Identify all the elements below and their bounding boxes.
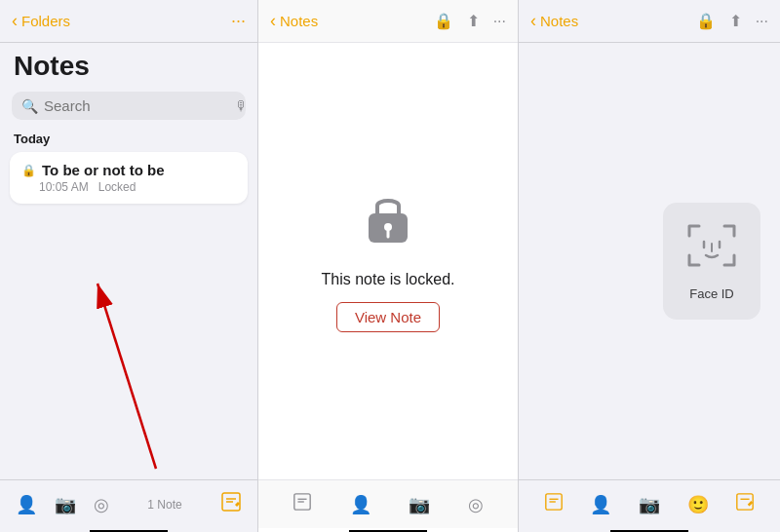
right-panel: ‹ Notes 🔒 ⬆ ··· — [519, 0, 780, 532]
right-lock-icon: 🔒 — [696, 12, 716, 30]
mid-share-icon: ⬆ — [467, 12, 480, 30]
note-count: 1 Note — [109, 498, 220, 512]
large-lock-icon — [364, 190, 412, 257]
compass-icon: ◎ — [94, 494, 109, 515]
locked-message: This note is locked. — [322, 271, 455, 288]
note-meta: 10:05 AM Locked — [21, 180, 236, 194]
right-ellipsis-icon: ··· — [756, 13, 768, 30]
left-header: ‹ Folders ··· — [0, 0, 257, 43]
search-input[interactable] — [44, 97, 229, 114]
left-title-area: Notes — [0, 43, 257, 86]
mid-camera-icon: 📷 — [409, 494, 430, 515]
mid-header-icons: 🔒 ⬆ ··· — [434, 12, 506, 30]
camera-icon: 📷 — [55, 494, 76, 515]
right-share-icon: ⬆ — [729, 12, 742, 30]
right-header: ‹ Notes 🔒 ⬆ ··· — [519, 0, 780, 43]
mid-footer: 👤 📷 ◎ — [258, 479, 518, 528]
right-compose-icon[interactable] — [544, 492, 564, 516]
note-status: Locked — [98, 180, 136, 194]
left-footer: 👤 📷 ◎ 1 Note — [0, 479, 257, 528]
middle-panel: ‹ Notes 🔒 ⬆ ··· This note is locked. Vie… — [258, 0, 519, 532]
mid-person-icon: 👤 — [350, 494, 371, 515]
note-item[interactable]: 🔒 To be or not to be 10:05 AM Locked — [10, 152, 248, 204]
mid-lock-icon: 🔒 — [434, 12, 453, 30]
compose-button[interactable] — [220, 491, 242, 517]
mid-nav-label: Notes — [280, 13, 318, 29]
face-id-card[interactable]: Face ID — [663, 203, 760, 320]
right-new-note-icon[interactable] — [735, 492, 755, 516]
right-nav-label: Notes — [540, 13, 578, 29]
face-id-label: Face ID — [689, 286, 734, 301]
right-camera-icon: 📷 — [639, 494, 660, 515]
mid-compass-icon: ◎ — [468, 494, 484, 515]
note-list: 🔒 To be or not to be 10:05 AM Locked — [0, 152, 257, 479]
right-person-icon: 👤 — [590, 494, 611, 515]
right-header-icons: 🔒 ⬆ ··· — [696, 12, 768, 30]
search-icon: 🔍 — [21, 98, 38, 114]
mid-ellipsis-icon: ··· — [493, 13, 506, 30]
face-id-icon — [685, 222, 738, 279]
mid-content: This note is locked. View Note — [258, 43, 518, 479]
section-today: Today — [0, 130, 257, 152]
mid-header: ‹ Notes 🔒 ⬆ ··· — [258, 0, 518, 43]
right-nav-back[interactable]: ‹ Notes — [530, 11, 578, 31]
mid-nav-back[interactable]: ‹ Notes — [270, 11, 318, 31]
mid-compose-icon[interactable] — [292, 492, 312, 516]
mid-chevron-icon: ‹ — [270, 11, 276, 31]
note-time: 10:05 AM — [39, 180, 89, 194]
right-content: Face ID — [519, 43, 780, 479]
notes-title: Notes — [14, 51, 244, 82]
right-footer: 👤 📷 🙂 — [519, 479, 780, 528]
note-title-text: To be or not to be — [42, 162, 165, 178]
ellipsis-button[interactable]: ··· — [231, 11, 246, 31]
lock-icon: 🔒 — [21, 164, 36, 177]
right-chevron-icon: ‹ — [530, 11, 536, 31]
view-note-button[interactable]: View Note — [336, 302, 440, 332]
note-title: 🔒 To be or not to be — [21, 162, 236, 178]
mic-icon: 🎙 — [235, 98, 249, 114]
folders-nav[interactable]: ‹ Folders — [12, 11, 70, 31]
right-smiley-icon: 🙂 — [687, 494, 709, 515]
person-icon: 👤 — [16, 494, 37, 515]
left-panel: ‹ Folders ··· Notes 🔍 🎙 Today 🔒 To be or… — [0, 0, 258, 532]
left-footer-icons: 👤 📷 ◎ — [16, 494, 109, 515]
chevron-left-icon: ‹ — [12, 11, 18, 31]
folders-button[interactable]: Folders — [21, 13, 70, 29]
search-bar[interactable]: 🔍 🎙 — [12, 92, 246, 120]
